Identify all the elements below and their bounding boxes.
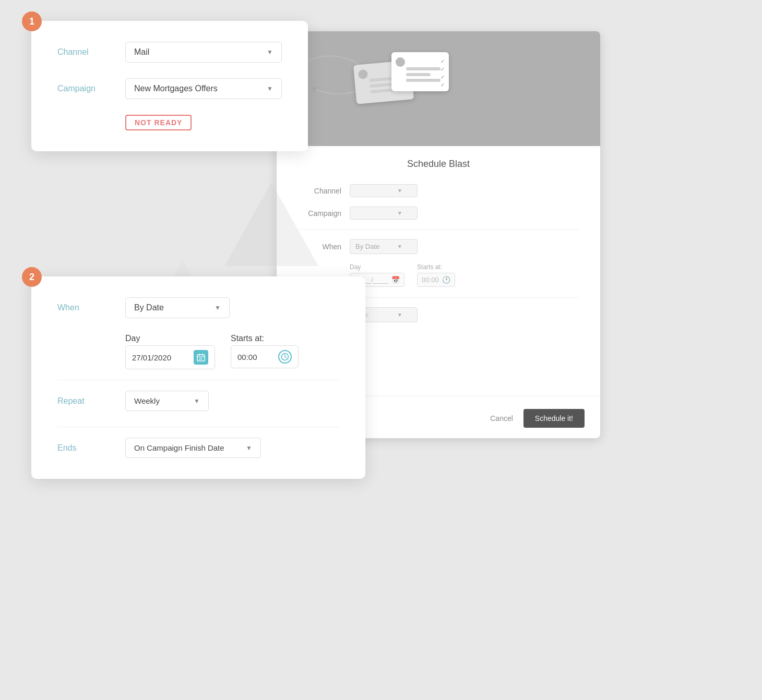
day-label: Day [125, 334, 215, 343]
svg-line-7 [285, 357, 287, 358]
bg-day-label: Day [350, 263, 404, 271]
starts-input-wrap[interactable] [231, 345, 299, 368]
channel-row: Channel Mail ▼ [57, 42, 282, 63]
channel-select[interactable]: Mail ▼ [125, 42, 282, 63]
illus-line [370, 82, 394, 88]
illus-checks: ✓✓✓✓ [440, 58, 445, 88]
chevron-down-icon: ▼ [397, 244, 402, 249]
card-1: 1 Channel Mail ▼ Campaign New Mortgages … [31, 21, 308, 151]
when-select-wrapper: By Date ▼ [125, 297, 339, 318]
card-2: 2 When By Date ▼ Day [31, 276, 365, 479]
ends-label: Ends [57, 443, 125, 453]
bg-date-section: Day __/__/____ 📅 Starts at: 00:00 🕐 [350, 263, 579, 287]
when-select[interactable]: By Date ▼ [125, 297, 230, 318]
panel-header: ✓✓✓✓ [277, 31, 600, 146]
bg-when-row: When By Date ▼ [297, 239, 579, 254]
calendar-icon: 📅 [391, 276, 400, 284]
channel-select-wrapper: Mail ▼ [125, 42, 282, 63]
illus-avatar-back [358, 69, 368, 80]
day-input-wrap[interactable]: 25 [125, 345, 215, 369]
clock-icon: 🕐 [442, 276, 450, 284]
chevron-down-icon: ▼ [267, 85, 273, 92]
illus-line [406, 73, 431, 76]
chevron-down-icon: ▼ [246, 444, 252, 452]
repeat-label: Repeat [57, 396, 125, 406]
campaign-row: Campaign New Mortgages Offers ▼ [57, 78, 282, 99]
channel-label: Channel [57, 47, 125, 57]
chevron-down-icon: ▼ [267, 49, 273, 56]
step-2-badge: 2 [22, 267, 42, 287]
chevron-down-icon: ▼ [194, 397, 200, 405]
bg-divider-1 [297, 229, 579, 230]
bg-starts-group: Starts at: 00:00 🕐 [417, 263, 455, 287]
starts-group: Starts at: [231, 334, 299, 369]
chevron-down-icon: ▼ [215, 304, 221, 311]
day-input[interactable] [132, 353, 189, 362]
bg-campaign-row: Campaign ▼ [297, 207, 579, 220]
campaign-select-wrapper: New Mortgages Offers ▼ [125, 78, 282, 99]
campaign-select[interactable]: New Mortgages Offers ▼ [125, 78, 282, 99]
repeat-select[interactable]: Weekly ▼ [125, 391, 209, 411]
cancel-button[interactable]: Cancel [490, 414, 513, 423]
when-label: When [57, 303, 125, 312]
starts-label: Starts at: [231, 334, 299, 343]
starts-input[interactable] [237, 353, 274, 361]
day-group: Day 25 [125, 334, 215, 369]
card-divider-2 [57, 427, 339, 427]
chevron-down-icon: ▼ [397, 210, 402, 216]
when-row: When By Date ▼ [57, 297, 339, 318]
illus-line [406, 67, 440, 70]
schedule-button[interactable]: Schedule it! [523, 409, 585, 428]
bg-campaign-label: Campaign [297, 209, 350, 218]
status-area: NOT READY [125, 115, 282, 130]
bg-starts-value: 00:00 [422, 276, 439, 284]
scene: ✓✓✓✓ Schedule Blast Channel ▼ Campaign ▼ [0, 0, 762, 700]
panel-title: Schedule Blast [297, 159, 579, 170]
bg-campaign-select[interactable]: ▼ [350, 207, 418, 220]
chevron-down-icon: ▼ [397, 312, 402, 318]
date-row: Day 25 Starts at: [125, 334, 339, 369]
ends-select[interactable]: On Campaign Finish Date ▼ [125, 438, 261, 458]
bg-channel-select[interactable]: ▼ [350, 184, 418, 197]
campaign-label: Campaign [57, 84, 125, 93]
bg-starts-label: Starts at: [417, 263, 455, 271]
illus-avatar-front [396, 57, 405, 67]
card-divider-1 [57, 380, 339, 380]
bg-starts-input[interactable]: 00:00 🕐 [417, 273, 455, 287]
campaign-value: New Mortgages Offers [134, 84, 218, 93]
calendar-icon: 25 [194, 350, 208, 365]
bg-when-label: When [297, 243, 350, 251]
illus-line [406, 79, 440, 82]
bg-when-value: By Date [355, 243, 379, 250]
ends-row: Ends On Campaign Finish Date ▼ [57, 438, 339, 458]
step-1-badge: 1 [22, 11, 42, 31]
bg-when-select[interactable]: By Date ▼ [350, 239, 418, 254]
svg-text:25: 25 [199, 357, 203, 360]
bg-channel-row: Channel ▼ [297, 184, 579, 197]
channel-value: Mail [134, 47, 149, 57]
when-value: By Date [134, 303, 164, 312]
bg-channel-label: Channel [297, 187, 350, 195]
ends-value: On Campaign Finish Date [134, 443, 224, 452]
chevron-down-icon: ▼ [397, 188, 402, 194]
clock-icon [278, 350, 292, 364]
repeat-value: Weekly [134, 396, 160, 405]
not-ready-badge: NOT READY [125, 115, 192, 130]
illus-card-front: ✓✓✓✓ [391, 52, 449, 91]
repeat-row: Repeat Weekly ▼ [57, 391, 339, 411]
